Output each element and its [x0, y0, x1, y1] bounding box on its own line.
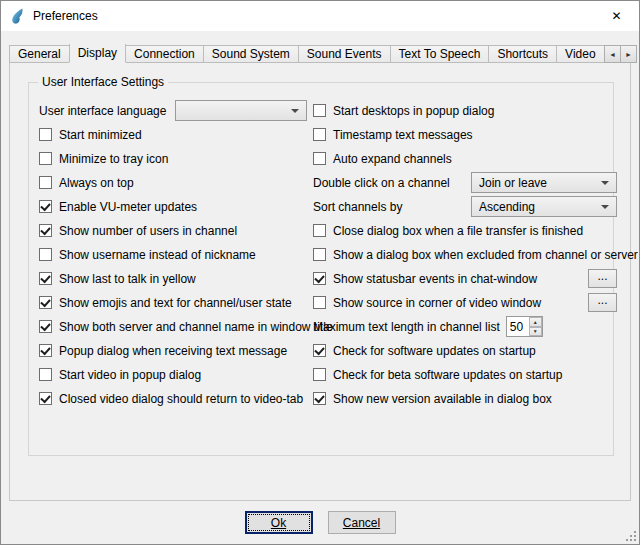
tab-label: Sound System — [212, 47, 290, 61]
checkbox[interactable] — [39, 272, 52, 285]
checkbox[interactable] — [313, 104, 326, 117]
chevron-down-icon — [291, 109, 299, 113]
checkbox-row: Start minimized — [39, 123, 307, 146]
checkbox-row: Show username instead of nickname — [39, 243, 307, 266]
tab[interactable]: Sound System — [203, 45, 299, 63]
statusbar-events-ellipsis-button[interactable]: ... — [588, 269, 617, 288]
cancel-label: Cancel — [343, 516, 380, 530]
video-source-ellipsis-button[interactable]: ... — [588, 293, 617, 312]
checkbox-label: Show both server and channel name in win… — [59, 320, 333, 334]
statusbar-events-row: Show statusbar events in chat-window ... — [313, 267, 617, 290]
checkbox-row: Start desktops in popup dialog — [313, 99, 617, 122]
checkbox[interactable] — [313, 224, 326, 237]
right-checkbox-list-top: Start desktops in popup dialog Timestamp… — [313, 99, 617, 170]
user-interface-settings-group: User Interface Settings User interface l… — [28, 82, 614, 456]
checkbox-row: Auto expand channels — [313, 147, 617, 170]
tab-label: General — [18, 47, 61, 61]
tab[interactable]: Connection — [125, 45, 204, 63]
checkbox[interactable] — [39, 128, 52, 141]
sort-channels-combobox[interactable]: Ascending — [471, 196, 617, 217]
sort-channels-label: Sort channels by — [313, 200, 402, 214]
checkbox[interactable] — [313, 368, 326, 381]
tab-label: Shortcuts — [497, 47, 548, 61]
tab[interactable]: Display — [69, 44, 126, 63]
checkbox-label: Start minimized — [59, 128, 142, 142]
checkbox-label: Show username instead of nickname — [59, 248, 256, 262]
checkbox-row: Check for beta software updates on start… — [313, 363, 617, 386]
checkbox[interactable] — [39, 320, 52, 333]
checkbox-label: Show new version available in dialog box — [333, 392, 552, 406]
spinner-arrows: ▲ ▼ — [529, 317, 542, 336]
left-checkbox-list: Start minimized Minimize to tray icon Al… — [39, 123, 307, 410]
checkbox-label: Show number of users in channel — [59, 224, 237, 238]
app-icon — [9, 8, 26, 25]
checkbox[interactable] — [39, 224, 52, 237]
checkbox-label: Always on top — [59, 176, 134, 190]
tab-label: Sound Events — [307, 47, 382, 61]
tab-label: Connection — [134, 47, 195, 61]
tab-label: Display — [78, 46, 117, 60]
tab-scroll-right-button[interactable]: ► — [620, 45, 637, 63]
checkbox-row: Show both server and channel name in win… — [39, 315, 307, 338]
titlebar: Preferences ✕ — [1, 1, 639, 31]
checkbox[interactable] — [39, 368, 52, 381]
checkbox[interactable] — [39, 392, 52, 405]
sort-channels-value: Ascending — [479, 200, 595, 214]
checkbox[interactable] — [313, 248, 326, 261]
statusbar-events-checkbox[interactable] — [313, 272, 326, 285]
spin-down-icon[interactable]: ▼ — [529, 327, 542, 337]
checkbox[interactable] — [313, 344, 326, 357]
tab[interactable]: Shortcuts — [488, 45, 557, 63]
max-text-length-value: 50 — [507, 317, 529, 336]
checkbox-row: Popup dialog when receiving text message — [39, 339, 307, 362]
cancel-button[interactable]: Cancel — [328, 511, 396, 534]
checkbox-row: Show a dialog box when excluded from cha… — [313, 243, 617, 266]
video-source-checkbox[interactable] — [313, 296, 326, 309]
statusbar-events-label: Show statusbar events in chat-window — [333, 272, 537, 286]
double-click-combobox[interactable]: Join or leave — [471, 172, 617, 193]
checkbox-row: Show last to talk in yellow — [39, 267, 307, 290]
checkbox[interactable] — [313, 128, 326, 141]
checkbox-row: Show number of users in channel — [39, 219, 307, 242]
window-title: Preferences — [33, 9, 98, 23]
close-button[interactable]: ✕ — [594, 1, 639, 31]
checkbox[interactable] — [39, 176, 52, 189]
checkbox[interactable] — [313, 152, 326, 165]
tab[interactable]: Video — [556, 45, 604, 63]
checkbox-label: Check for beta software updates on start… — [333, 368, 562, 382]
ok-button[interactable]: Ok — [245, 511, 313, 534]
language-row: User interface language — [39, 99, 307, 122]
checkbox-row: Minimize to tray icon — [39, 147, 307, 170]
right-column: Start desktops in popup dialog Timestamp… — [313, 99, 617, 411]
checkbox-label: Show a dialog box when excluded from cha… — [333, 248, 638, 262]
chevron-down-icon — [601, 181, 609, 185]
checkbox[interactable] — [313, 392, 326, 405]
preferences-dialog: Preferences ✕ General Display Connection… — [0, 0, 640, 545]
max-text-length-spinner[interactable]: 50 ▲ ▼ — [506, 316, 543, 337]
tab-scroll-left-button[interactable]: ◄ — [604, 45, 621, 63]
double-click-label: Double click on a channel — [313, 176, 450, 190]
tab[interactable]: Sound Events — [298, 45, 391, 63]
checkbox[interactable] — [39, 296, 52, 309]
tab[interactable]: General — [9, 45, 70, 63]
video-source-label: Show source in corner of video window — [333, 296, 541, 310]
checkbox[interactable] — [39, 344, 52, 357]
chevron-down-icon — [601, 205, 609, 209]
checkbox[interactable] — [39, 248, 52, 261]
language-label: User interface language — [39, 104, 166, 118]
checkbox-row: Always on top — [39, 171, 307, 194]
checkbox[interactable] — [39, 152, 52, 165]
double-click-row: Double click on a channel Join or leave — [313, 171, 617, 194]
language-combobox[interactable] — [175, 100, 307, 121]
resize-grip[interactable] — [624, 529, 637, 542]
checkbox-label: Popup dialog when receiving text message — [59, 344, 287, 358]
checkbox-row: Show emojis and text for channel/user st… — [39, 291, 307, 314]
spin-up-icon[interactable]: ▲ — [529, 317, 542, 327]
tab-label: Text To Speech — [399, 47, 481, 61]
video-source-row: Show source in corner of video window ..… — [313, 291, 617, 314]
checkbox[interactable] — [39, 200, 52, 213]
left-column: User interface language Start minimized … — [39, 99, 307, 411]
tab[interactable]: Text To Speech — [390, 45, 490, 63]
tab-label: Video — [565, 47, 595, 61]
checkbox-row: Start video in popup dialog — [39, 363, 307, 386]
